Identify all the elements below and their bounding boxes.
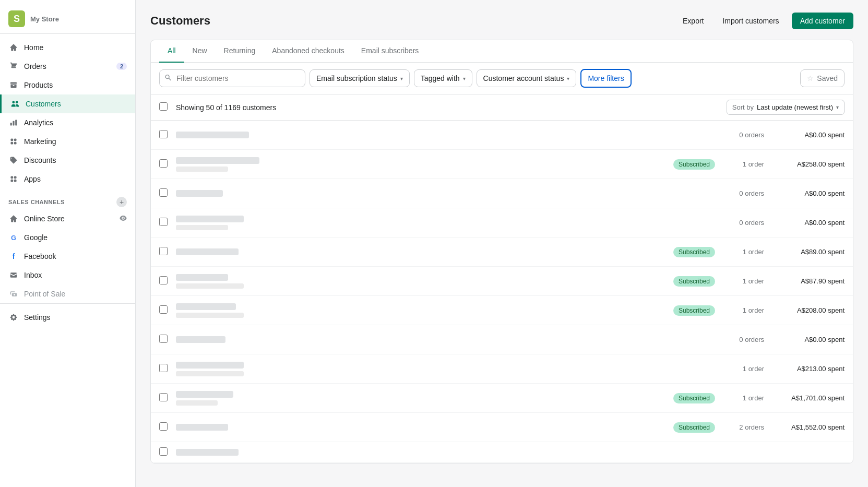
amount-spent: A$1,701.00 spent	[777, 394, 845, 402]
sidebar-item-inbox[interactable]: Inbox	[0, 266, 135, 284]
subscribed-badge: Subscribed	[673, 305, 715, 316]
sidebar-item-facebook[interactable]: f Facebook	[0, 247, 135, 266]
tab-new[interactable]: New	[184, 40, 216, 62]
amount-spent: A$213.00 spent	[777, 365, 845, 373]
row-checkbox[interactable]	[159, 159, 168, 168]
tab-email-subscribers[interactable]: Email subscribers	[353, 40, 427, 62]
more-filters-button[interactable]: More filters	[580, 69, 631, 88]
apps-icon	[8, 174, 19, 184]
amount-spent: A$1,552.00 spent	[777, 423, 845, 431]
orders-count: 0 orders	[728, 131, 764, 139]
table-row[interactable]	[151, 442, 853, 463]
sidebar-item-online-store[interactable]: Online Store	[0, 209, 135, 228]
facebook-label: Facebook	[24, 252, 56, 260]
filter-search-wrapper	[159, 69, 305, 87]
main-nav: Home Orders 2 Products Customers	[0, 36, 135, 191]
settings-label: Settings	[24, 313, 51, 322]
shopify-logo: S	[8, 10, 25, 27]
subscribed-badge: Subscribed	[673, 159, 715, 170]
sidebar-item-pos[interactable]: Point of Sale	[0, 284, 135, 303]
row-checkbox[interactable]	[159, 218, 168, 226]
table-row[interactable]: 0 orders A$0.00 spent	[151, 121, 853, 150]
table-row[interactable]: Subscribed 1 order A$258.00 spent	[151, 150, 853, 179]
row-checkbox[interactable]	[159, 422, 168, 431]
discounts-label: Discounts	[24, 156, 56, 164]
table-row[interactable]: 1 order A$213.00 spent	[151, 354, 853, 384]
settings-icon	[8, 312, 19, 323]
amount-spent: A$0.00 spent	[777, 219, 845, 227]
filter-bar: Email subscription status ▾ Tagged with …	[151, 63, 853, 94]
orders-count: 1 order	[728, 365, 764, 373]
sidebar-item-discounts[interactable]: Discounts	[0, 151, 135, 170]
chevron-down-icon: ▾	[567, 76, 569, 81]
sidebar-item-home[interactable]: Home	[0, 38, 135, 57]
row-checkbox[interactable]	[159, 305, 168, 314]
table-row[interactable]: Subscribed 1 order A$87.90 spent	[151, 267, 853, 296]
table-row[interactable]: Subscribed 1 order A$1,701.00 spent	[151, 384, 853, 413]
row-checkbox[interactable]	[159, 276, 168, 284]
sort-value: Last update (newest first)	[757, 103, 833, 111]
tab-all[interactable]: All	[159, 40, 184, 63]
amount-spent: A$89.00 spent	[777, 248, 845, 256]
row-checkbox[interactable]	[159, 247, 168, 255]
row-checkbox[interactable]	[159, 393, 168, 401]
row-checkbox[interactable]	[159, 130, 168, 138]
table-row[interactable]: 0 orders A$0.00 spent	[151, 179, 853, 208]
add-channel-button[interactable]: +	[116, 197, 127, 207]
customers-label: Customers	[26, 100, 61, 108]
home-label: Home	[24, 43, 43, 52]
table-row[interactable]: Subscribed 1 order A$89.00 spent	[151, 237, 853, 267]
products-icon	[8, 80, 19, 90]
import-customers-button[interactable]: Import customers	[716, 13, 785, 29]
products-label: Products	[24, 81, 53, 89]
pos-icon	[8, 289, 19, 299]
online-store-icon	[8, 213, 19, 224]
email-subscription-filter[interactable]: Email subscription status ▾	[310, 69, 410, 87]
sidebar-item-analytics[interactable]: Analytics	[0, 113, 135, 132]
orders-count: 0 orders	[728, 189, 764, 197]
sidebar-item-settings[interactable]: Settings	[0, 308, 135, 327]
account-status-filter[interactable]: Customer account status ▾	[477, 69, 577, 87]
orders-badge: 2	[116, 63, 127, 70]
filter-search-input[interactable]	[159, 69, 305, 87]
showing-count: Showing 50 of 1169 customers	[176, 103, 276, 112]
table-row[interactable]: 0 orders A$0.00 spent	[151, 325, 853, 354]
table-row[interactable]: Subscribed 1 order A$208.00 spent	[151, 296, 853, 325]
row-checkbox[interactable]	[159, 364, 168, 372]
chevron-down-icon: ▾	[836, 104, 839, 110]
orders-count: 0 orders	[728, 219, 764, 227]
saved-button[interactable]: ☆ Saved	[800, 69, 845, 87]
add-customer-button[interactable]: Add customer	[792, 13, 853, 29]
export-button[interactable]: Export	[676, 13, 710, 29]
google-label: Google	[24, 233, 47, 242]
orders-count: 1 order	[728, 248, 764, 256]
customers-list: 0 orders A$0.00 spent Subscribed 1 order…	[151, 121, 853, 463]
page-title: Customers	[150, 14, 210, 28]
amount-spent: A$0.00 spent	[777, 189, 845, 197]
subscribed-badge: Subscribed	[673, 393, 715, 403]
tagged-with-filter[interactable]: Tagged with ▾	[414, 69, 472, 87]
store-name: My Store	[30, 15, 59, 23]
sidebar-item-products[interactable]: Products	[0, 76, 135, 94]
row-checkbox[interactable]	[159, 335, 168, 343]
sort-label: Sort by	[732, 103, 754, 111]
table-row[interactable]: 0 orders A$0.00 spent	[151, 208, 853, 237]
sidebar-item-orders[interactable]: Orders 2	[0, 57, 135, 76]
page-header: Customers Export Import customers Add cu…	[150, 13, 853, 29]
table-row[interactable]: Subscribed 2 orders A$1,552.00 spent	[151, 413, 853, 442]
select-all-checkbox[interactable]	[159, 102, 168, 111]
amount-spent: A$208.00 spent	[777, 306, 845, 314]
apps-label: Apps	[24, 175, 41, 183]
analytics-icon	[8, 117, 19, 128]
sidebar-item-google[interactable]: G Google	[0, 228, 135, 247]
tab-returning[interactable]: Returning	[216, 40, 264, 62]
tab-abandoned[interactable]: Abandoned checkouts	[264, 40, 353, 62]
sidebar-item-apps[interactable]: Apps	[0, 170, 135, 188]
subscribed-badge: Subscribed	[673, 276, 715, 287]
eye-icon	[120, 215, 127, 223]
row-checkbox[interactable]	[159, 447, 168, 456]
row-checkbox[interactable]	[159, 188, 168, 197]
sidebar-item-marketing[interactable]: Marketing	[0, 132, 135, 151]
sidebar-item-customers[interactable]: Customers	[0, 94, 135, 113]
sort-selector[interactable]: Sort by Last update (newest first) ▾	[727, 100, 845, 115]
